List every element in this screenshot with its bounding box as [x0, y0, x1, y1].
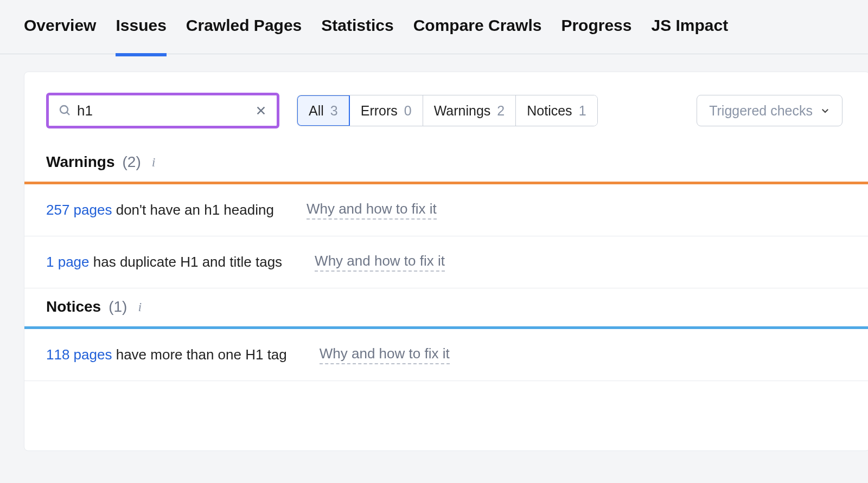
issue-row: 1 page has duplicate H1 and title tags W… — [24, 236, 868, 288]
search-box[interactable] — [46, 93, 279, 128]
tab-progress[interactable]: Progress — [561, 0, 631, 56]
issues-panel: All 3 Errors 0 Warnings 2 Notices 1 Trig… — [24, 72, 868, 451]
filter-label: Warnings — [434, 103, 491, 119]
tab-compare-crawls[interactable]: Compare Crawls — [413, 0, 542, 56]
fix-link[interactable]: Why and how to fix it — [320, 345, 450, 364]
issue-description: has duplicate H1 and title tags — [90, 254, 283, 270]
toolbar: All 3 Errors 0 Warnings 2 Notices 1 Trig… — [24, 93, 868, 144]
issue-text: 257 pages don't have an h1 heading — [46, 202, 274, 218]
issue-row: 257 pages don't have an h1 heading Why a… — [24, 184, 868, 236]
notices-header: Notices (1) i — [24, 288, 868, 326]
notices-title: Notices — [46, 298, 101, 315]
tab-js-impact[interactable]: JS Impact — [651, 0, 728, 56]
filter-group: All 3 Errors 0 Warnings 2 Notices 1 — [297, 95, 598, 126]
clear-icon[interactable] — [255, 105, 267, 117]
triggered-label: Triggered checks — [709, 103, 813, 119]
issue-row: 118 pages have more than one H1 tag Why … — [24, 329, 868, 381]
filter-count: 2 — [497, 103, 505, 119]
info-icon[interactable]: i — [138, 300, 142, 314]
tab-issues[interactable]: Issues — [116, 0, 166, 56]
warnings-title: Warnings — [46, 153, 115, 171]
filter-count: 3 — [330, 103, 338, 119]
filter-label: Notices — [527, 103, 572, 119]
search-icon — [59, 104, 72, 117]
info-icon[interactable]: i — [152, 155, 156, 170]
issue-text: 1 page has duplicate H1 and title tags — [46, 254, 282, 271]
issue-pages-link[interactable]: 257 pages — [46, 202, 112, 218]
filter-all[interactable]: All 3 — [297, 95, 350, 126]
svg-line-1 — [67, 112, 69, 115]
warnings-header: Warnings (2) i — [24, 144, 868, 182]
filter-errors[interactable]: Errors 0 — [350, 95, 423, 126]
svg-point-0 — [60, 106, 68, 113]
search-input[interactable] — [77, 102, 255, 119]
filter-count: 0 — [404, 103, 412, 119]
filter-warnings[interactable]: Warnings 2 — [423, 95, 516, 126]
issue-pages-link[interactable]: 118 pages — [46, 346, 112, 363]
notices-count: (1) — [108, 298, 127, 315]
issue-description: don't have an h1 heading — [112, 202, 273, 218]
filter-label: All — [309, 103, 324, 119]
filter-label: Errors — [361, 103, 398, 119]
main-tabs: Overview Issues Crawled Pages Statistics… — [0, 0, 868, 54]
issue-text: 118 pages have more than one H1 tag — [46, 346, 287, 363]
tab-overview[interactable]: Overview — [24, 0, 96, 56]
chevron-down-icon — [820, 106, 830, 115]
filter-notices[interactable]: Notices 1 — [516, 95, 597, 126]
filter-count: 1 — [579, 103, 586, 119]
fix-link[interactable]: Why and how to fix it — [315, 253, 445, 272]
triggered-checks-button[interactable]: Triggered checks — [697, 95, 843, 126]
tab-statistics[interactable]: Statistics — [321, 0, 393, 56]
issue-pages-link[interactable]: 1 page — [46, 254, 90, 270]
issue-description: have more than one H1 tag — [112, 346, 286, 363]
fix-link[interactable]: Why and how to fix it — [307, 201, 437, 220]
tab-crawled-pages[interactable]: Crawled Pages — [186, 0, 302, 56]
warnings-count: (2) — [123, 153, 141, 171]
